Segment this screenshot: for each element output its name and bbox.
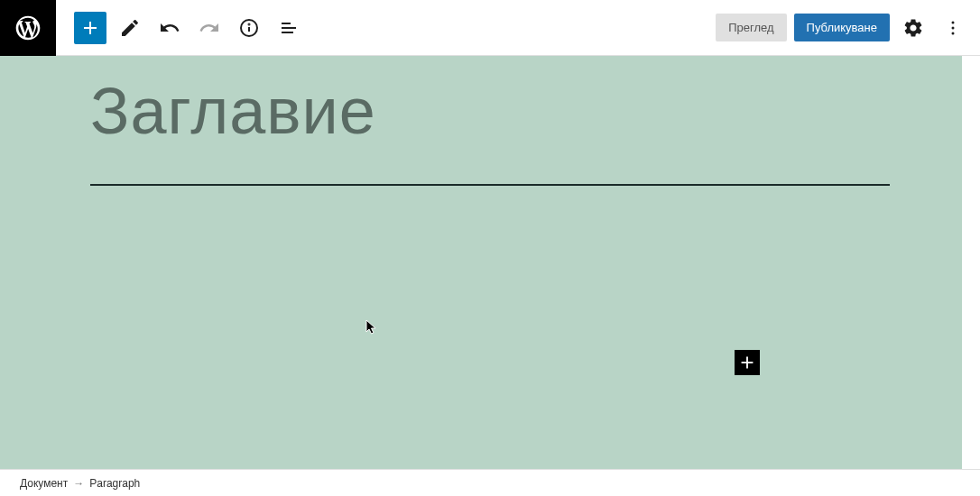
edit-tools-button[interactable]	[114, 12, 146, 44]
toolbar-right-group: Преглед Публикуване	[716, 12, 980, 44]
preview-button[interactable]: Преглед	[716, 14, 786, 41]
editor-content: Заглавие	[0, 56, 980, 258]
svg-point-9	[952, 26, 955, 29]
gear-icon	[902, 17, 924, 39]
wordpress-icon	[14, 14, 42, 42]
top-toolbar: Преглед Публикуване	[0, 0, 980, 56]
breadcrumb-current[interactable]: Paragraph	[89, 477, 140, 490]
info-icon	[238, 17, 260, 39]
plus-icon	[737, 353, 757, 372]
post-title-input[interactable]: Заглавие	[90, 74, 890, 148]
outline-icon	[278, 17, 300, 39]
separator-block[interactable]	[90, 184, 890, 186]
outline-button[interactable]	[273, 12, 305, 44]
pencil-icon	[119, 17, 141, 39]
redo-button[interactable]	[193, 12, 226, 44]
undo-icon	[159, 17, 180, 39]
inline-add-block-button[interactable]	[735, 350, 760, 375]
editor-canvas[interactable]: Заглавие	[0, 56, 980, 469]
svg-point-4	[249, 23, 250, 24]
svg-rect-6	[282, 27, 296, 29]
toolbar-left-group	[56, 12, 305, 44]
kebab-icon	[942, 17, 964, 39]
settings-button[interactable]	[897, 12, 929, 44]
svg-point-8	[952, 21, 955, 23]
chevron-right-icon: →	[73, 477, 84, 490]
redo-icon	[199, 17, 220, 39]
svg-rect-5	[282, 23, 291, 24]
publish-button[interactable]: Публикуване	[794, 14, 890, 41]
info-button[interactable]	[233, 12, 265, 44]
breadcrumb-root[interactable]: Документ	[20, 477, 68, 490]
breadcrumb-bar: Документ → Paragraph	[0, 469, 980, 496]
more-options-button[interactable]	[937, 12, 969, 44]
add-block-button[interactable]	[74, 12, 106, 44]
svg-rect-7	[282, 32, 293, 33]
svg-point-10	[952, 32, 955, 34]
mouse-cursor-icon	[365, 319, 378, 335]
wordpress-logo[interactable]	[0, 0, 56, 56]
plus-icon	[79, 17, 101, 39]
undo-button[interactable]	[153, 12, 186, 44]
